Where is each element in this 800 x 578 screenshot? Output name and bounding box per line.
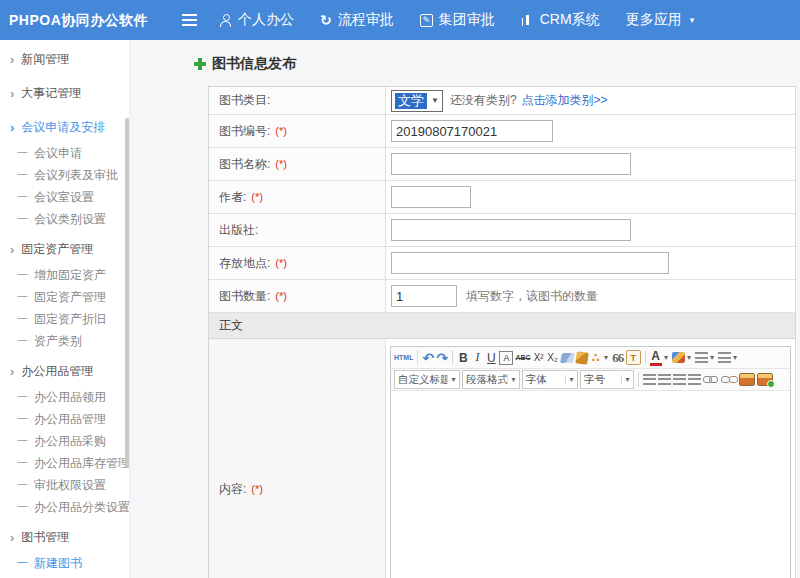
- sidebar-item[interactable]: 一办公用品库存管理: [0, 452, 129, 474]
- form-row-publisher: 出版社:: [209, 214, 795, 247]
- menu-toggle-icon[interactable]: [182, 14, 197, 26]
- font-family-combo[interactable]: 字体▾: [522, 370, 578, 389]
- sidebar-item[interactable]: 一办公用品分类设置: [0, 496, 129, 518]
- html-source-icon[interactable]: HTML: [394, 349, 413, 367]
- dash-icon: 一: [17, 268, 28, 283]
- nav-personal-office[interactable]: 个人办公: [220, 11, 294, 29]
- sidebar-group-head-4[interactable]: ›办公用品管理: [0, 356, 129, 386]
- align-left-icon[interactable]: [643, 374, 656, 385]
- superscript-icon[interactable]: X²: [533, 349, 545, 367]
- add-category-link[interactable]: 点击添加类别>>: [522, 92, 608, 109]
- caret-down-icon[interactable]: ▾: [621, 375, 633, 384]
- category-select[interactable]: 文学 ▼: [391, 90, 443, 112]
- caret-down-icon[interactable]: ▾: [565, 375, 577, 384]
- emotion-icon[interactable]: ∴: [590, 349, 602, 367]
- nav-label: 集团审批: [439, 11, 495, 29]
- unordered-list-icon[interactable]: [718, 352, 731, 363]
- editor-content-area[interactable]: [391, 391, 790, 578]
- sidebar-item[interactable]: 一会议列表及审批: [0, 164, 129, 186]
- nav-label: CRM系统: [540, 11, 600, 29]
- sidebar-group-head-5[interactable]: ›图书管理: [0, 522, 129, 552]
- nav-group-approval[interactable]: ✎集团审批: [420, 11, 495, 29]
- caret-down-icon[interactable]: ▾: [447, 375, 459, 384]
- caret-down-icon[interactable]: ▾: [732, 349, 739, 367]
- sidebar-group-head-1[interactable]: ›大事记管理: [0, 78, 129, 108]
- nav-workflow-approval[interactable]: ↻流程审批: [320, 11, 394, 29]
- sidebar-item[interactable]: 一办公用品领用: [0, 386, 129, 408]
- sidebar-item[interactable]: 一资产类别: [0, 330, 129, 352]
- sidebar-item[interactable]: 一审批权限设置: [0, 474, 129, 496]
- quantity-input[interactable]: [391, 285, 457, 307]
- strikethrough-icon[interactable]: ABC: [515, 349, 530, 367]
- sidebar-item[interactable]: 一会议室设置: [0, 186, 129, 208]
- paste-text-icon[interactable]: T: [626, 350, 641, 365]
- label-text: 内容:: [219, 481, 246, 498]
- form-row-quantity: 图书数量: (*) 填写数字，该图书的数量: [209, 280, 795, 313]
- sidebar-group-head-3[interactable]: ›固定资产管理: [0, 234, 129, 264]
- sidebar-scrollbar[interactable]: [125, 118, 129, 468]
- align-center-icon[interactable]: [658, 374, 671, 385]
- publisher-input[interactable]: [391, 219, 631, 241]
- align-right-icon[interactable]: [673, 374, 686, 385]
- sidebar-item[interactable]: 一会议申请: [0, 142, 129, 164]
- font-color-icon[interactable]: A: [650, 349, 662, 366]
- label-text: 出版社:: [219, 222, 258, 239]
- dash-icon: 一: [17, 334, 28, 349]
- subscript-icon[interactable]: X₂: [547, 349, 559, 367]
- sidebar-item[interactable]: 一增加固定资产: [0, 264, 129, 286]
- insert-image-icon[interactable]: [739, 373, 755, 386]
- sidebar-item[interactable]: 一会议类别设置: [0, 208, 129, 230]
- eraser-icon[interactable]: [560, 353, 575, 363]
- nav-more-apps[interactable]: 更多应用▾: [626, 11, 695, 29]
- book-name-input[interactable]: [391, 153, 631, 175]
- link-icon[interactable]: [703, 375, 719, 384]
- book-number-input[interactable]: [391, 120, 553, 142]
- book-form: 图书类目: 文学 ▼ 还没有类别? 点击添加类别>> 图书编号: (*): [208, 86, 796, 578]
- sidebar-group-head-2[interactable]: ›会议申请及安排: [0, 112, 129, 142]
- sidebar-item[interactable]: 一固定资产管理: [0, 286, 129, 308]
- edit-approval-icon: ✎: [420, 14, 433, 27]
- sidebar-item-label: 办公用品管理: [34, 411, 106, 428]
- blockquote-icon[interactable]: 66: [612, 349, 624, 367]
- caret-down-icon[interactable]: ▾: [507, 375, 519, 384]
- font-size-combo[interactable]: 字号▾: [580, 370, 634, 389]
- undo-icon[interactable]: ↶: [422, 349, 434, 367]
- paragraph-format-combo[interactable]: 段落格式▾: [462, 370, 520, 389]
- dash-icon: 一: [17, 168, 28, 183]
- highlight-color-icon[interactable]: [672, 352, 685, 363]
- insert-image-plus-icon[interactable]: [757, 373, 773, 386]
- font-border-icon[interactable]: A: [499, 351, 513, 365]
- nav-crm-system[interactable]: CRM系统: [521, 11, 600, 29]
- chevron-right-icon: ›: [10, 121, 14, 134]
- bold-icon[interactable]: B: [457, 349, 469, 367]
- sidebar-item[interactable]: 一办公用品管理: [0, 408, 129, 430]
- label-text: 存放地点:: [219, 255, 270, 272]
- bar-chart-icon: [526, 15, 529, 25]
- caret-down-icon[interactable]: ▾: [686, 349, 693, 367]
- dash-icon: 一: [17, 290, 28, 305]
- location-input[interactable]: [391, 252, 669, 274]
- sidebar-group-head-0[interactable]: ›新闻管理: [0, 44, 129, 74]
- sidebar-item-label: 会议列表及审批: [34, 167, 118, 184]
- sidebar-item[interactable]: 一固定资产折旧: [0, 308, 129, 330]
- italic-icon[interactable]: I: [471, 349, 483, 367]
- caret-down-icon[interactable]: ▾: [663, 349, 670, 367]
- author-input[interactable]: [391, 186, 471, 208]
- flow-approval-icon: ↻: [320, 13, 332, 27]
- unlink-icon[interactable]: [721, 375, 737, 384]
- toolbar-separator: [417, 350, 418, 365]
- sidebar-item[interactable]: 一图书管理: [0, 574, 129, 578]
- custom-title-combo[interactable]: 自定义标题▾: [394, 370, 460, 389]
- caret-down-icon[interactable]: ▾: [709, 349, 716, 367]
- caret-down-icon[interactable]: ▾: [603, 349, 610, 367]
- underline-icon[interactable]: U: [485, 349, 497, 367]
- form-row-book-name: 图书名称: (*): [209, 148, 795, 181]
- ordered-list-icon[interactable]: [695, 352, 708, 363]
- sidebar-item[interactable]: 一办公用品采购: [0, 430, 129, 452]
- redo-icon[interactable]: ↷: [436, 349, 448, 367]
- align-justify-icon[interactable]: [688, 374, 701, 385]
- sidebar-item[interactable]: 一新建图书: [0, 552, 129, 574]
- required-mark: (*): [275, 125, 287, 137]
- sidebar-item-label: 会议申请: [34, 145, 82, 162]
- format-brush-icon[interactable]: [575, 351, 589, 365]
